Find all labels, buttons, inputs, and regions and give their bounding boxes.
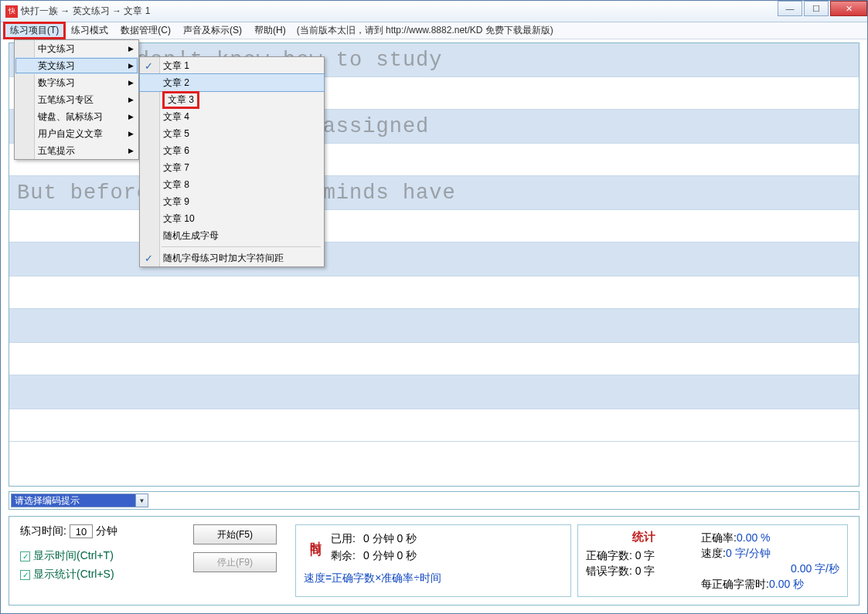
dropdown-item-label: 五笔练习专区 [38,93,94,107]
submenu-article-3[interactable]: 文章 3 [140,91,324,108]
submenu-item-label: 文章 7 [163,161,189,175]
per-char-label: 每正确字需时: [701,578,769,590]
submenu-item-label: 文章 3 [163,92,199,108]
input-line[interactable] [9,209,859,243]
practice-time-input[interactable] [70,524,93,538]
checkbox-icon: ✓ [20,551,30,561]
practice-time-unit: 分钟 [96,524,117,538]
window-title: 快打一族 → 英文练习 → 文章 1 [21,5,150,18]
menu-sound[interactable]: 声音及标示(S) [177,22,248,39]
speed-label: 速度: [701,547,726,559]
accuracy-label: 正确率: [701,531,737,544]
bottom-panel: 练习时间: 分钟 ✓ 显示时间(Ctrl+T) ✓ 显示统计(Ctrl+S) 开… [9,516,859,606]
start-button[interactable]: 开始(F5) [193,524,277,544]
input-line[interactable] [9,342,859,375]
stop-button[interactable]: 停止(F9) [193,552,277,572]
wrong-chars-label: 错误字数: [586,565,632,577]
dropdown-item-wubi-zone[interactable]: 五笔练习专区▶ [15,91,138,108]
speed-value-1: 0 字/分钟 [726,547,771,559]
arrow-right-icon: ▶ [128,113,134,120]
arrow-right-icon: ▶ [128,147,134,154]
correct-chars-value: 0 字 [635,549,655,561]
submenu-item-label: 随机字母练习时加大字符间距 [163,252,284,265]
speed-value-2: 0.00 字/秒 [791,562,839,575]
dropdown-item-label: 用户自定义文章 [38,127,103,141]
arrow-right-icon: ▶ [128,79,134,87]
dropdown-item-label: 数字练习 [38,76,75,90]
submenu-article-10[interactable]: 文章 10 [140,210,324,227]
submenu-article-8[interactable]: 文章 8 [140,176,324,193]
menu-data-mgmt[interactable]: 数据管理(C) [114,22,177,39]
wrong-chars-value: 0 字 [635,565,655,577]
submenu-article-7[interactable]: 文章 7 [140,159,324,176]
submenu-item-label: 文章 10 [163,212,195,226]
accuracy-value: 0.00 % [737,531,771,544]
time-used-label: 已用: [328,531,359,547]
dropdown-item-label: 英文练习 [38,59,75,73]
arrow-right-icon: ▶ [128,62,134,70]
menu-practice-mode[interactable]: 练习模式 [65,22,114,39]
submenu-item-label: 文章 4 [163,110,189,124]
close-button[interactable]: ✕ [830,1,867,16]
sample-line [9,309,859,342]
stats-header: 统计 [586,530,701,544]
chevron-down-icon[interactable]: ▼ [135,494,148,507]
menu-info-text: (当前版本太旧，请到 http://www.8882.net/KD 免费下载最新… [292,24,553,37]
dropdown-item-label: 键盘、鼠标练习 [38,110,103,124]
submenu-item-label: 文章 5 [163,127,189,141]
sample-line [9,375,859,409]
per-char-value: 0.00 秒 [769,578,804,590]
sample-line [9,243,859,276]
input-line[interactable] [9,409,859,442]
time-panel: 时间 已用: 0 分钟 0 秒 剩余: 0 分钟 0 秒 速度=正确字数×准确率… [295,524,571,597]
time-left-value: 0 分钟 0 秒 [360,548,420,564]
time-used-value: 0 分钟 0 秒 [360,531,420,547]
submenu-article-5[interactable]: 文章 5 [140,125,324,142]
dropdown-item-keyboard-mouse[interactable]: 键盘、鼠标练习▶ [15,108,138,125]
submenu-article-6[interactable]: 文章 6 [140,142,324,159]
submenu-item-label: 随机生成字母 [163,229,219,243]
show-stats-label: 显示统计(Ctrl+S) [33,568,114,582]
dropdown-item-label: 中文练习 [38,42,75,56]
correct-chars-label: 正确字数: [586,549,632,561]
input-line[interactable] [9,276,859,309]
menu-help[interactable]: 帮助(H) [248,22,292,39]
encoding-hint-label: 请选择编码提示 [15,494,80,507]
arrow-right-icon: ▶ [128,130,134,137]
show-time-label: 显示时间(Ctrl+T) [33,549,114,563]
menu-practice-project[interactable]: 练习项目(T) [4,22,65,39]
submenu-item-label: 文章 6 [163,144,189,158]
speed-formula: 速度=正确字数×准确率÷时间 [304,572,563,585]
english-practice-submenu: ✓文章 1 文章 2 文章 3 文章 4 文章 5 文章 6 文章 7 文章 8… [139,56,325,267]
submenu-item-label: 文章 2 [163,76,189,90]
submenu-article-4[interactable]: 文章 4 [140,108,324,125]
menubar: 练习项目(T) 练习模式 数据管理(C) 声音及标示(S) 帮助(H) (当前版… [1,22,867,39]
dropdown-item-wubi-hint[interactable]: 五笔提示▶ [15,142,138,159]
titlebar: 快 快打一族 → 英文练习 → 文章 1 — ☐ ✕ [1,1,867,22]
arrow-right-icon: ▶ [128,96,134,103]
dropdown-item-user-article[interactable]: 用户自定义文章▶ [15,125,138,142]
menu-divider [162,246,321,247]
practice-project-dropdown: 中文练习▶ 英文练习▶ 数字练习▶ 五笔练习专区▶ 键盘、鼠标练习▶ 用户自定义… [14,39,139,160]
minimize-button[interactable]: — [778,1,802,16]
show-stats-checkbox[interactable]: ✓ 显示统计(Ctrl+S) [20,568,175,582]
dropdown-item-chinese[interactable]: 中文练习▶ [15,40,138,57]
hint-row: 请选择编码提示 ▼ [9,491,859,510]
submenu-article-9[interactable]: 文章 9 [140,193,324,210]
practice-time-label: 练习时间: [20,524,66,538]
submenu-spacing-option[interactable]: ✓随机字母练习时加大字符间距 [140,249,324,266]
app-icon: 快 [5,5,18,18]
submenu-article-2[interactable]: 文章 2 [140,74,324,91]
check-icon: ✓ [145,60,153,72]
dropdown-item-number[interactable]: 数字练习▶ [15,74,138,91]
dropdown-item-english[interactable]: 英文练习▶ [15,57,138,74]
submenu-item-label: 文章 9 [163,195,189,209]
submenu-random-letters[interactable]: 随机生成字母 [140,227,324,244]
encoding-hint-select[interactable]: 请选择编码提示 ▼ [11,494,148,507]
check-icon: ✓ [145,253,153,264]
show-time-checkbox[interactable]: ✓ 显示时间(Ctrl+T) [20,549,175,563]
submenu-article-1[interactable]: ✓文章 1 [140,57,324,74]
maximize-button[interactable]: ☐ [804,1,829,16]
checkbox-icon: ✓ [20,570,30,580]
sample-line: But before long, their minds have [9,176,859,209]
